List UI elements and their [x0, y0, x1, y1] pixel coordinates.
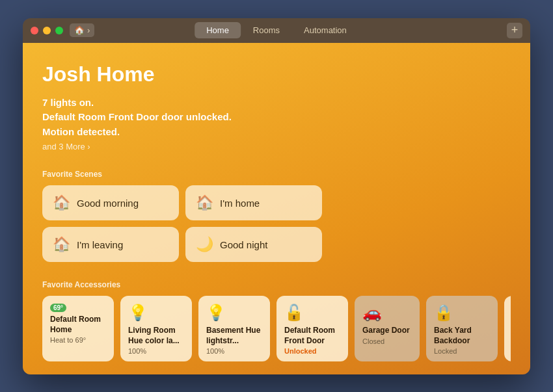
acc-icon-basement-hue: 💡	[206, 304, 262, 322]
scene-im-home[interactable]: 🏠 I'm home	[185, 185, 322, 220]
acc-status-backdoor: Locked	[434, 347, 490, 355]
acc-office-back[interactable]: 📋 Office Back Open	[504, 296, 511, 361]
acc-name-default-room: Default Room Home	[50, 315, 106, 335]
acc-icon-front-door: 🔓	[284, 304, 340, 322]
scenes-grid: 🏠 Good morning 🏠 I'm home 🏠 I'm leaving …	[42, 185, 322, 262]
minimize-button[interactable]	[43, 27, 51, 34]
add-button[interactable]: +	[507, 23, 522, 38]
accessories-grid: 69° Default Room Home Heat to 69° 💡 Livi…	[42, 296, 511, 364]
accessories-section-label: Favorite Accessories	[42, 280, 511, 289]
tab-automation[interactable]: Automation	[292, 22, 358, 38]
status-summary: 7 lights on. Default Room Front Door doo…	[42, 96, 511, 140]
acc-badge-temp: 69°	[50, 304, 66, 312]
maximize-button[interactable]	[55, 27, 63, 34]
acc-backdoor[interactable]: 🔒 Back Yard Backdoor Locked	[426, 296, 498, 361]
acc-status-front-door: Unlocked	[284, 347, 340, 355]
acc-status-living-hue: 100%	[128, 347, 184, 355]
more-link[interactable]: and 3 More ›	[42, 142, 511, 151]
status-line-1: 7 lights on.	[42, 96, 511, 111]
acc-name-front-door: Default Room Front Door	[284, 326, 340, 346]
main-content: Josh Home 7 lights on. Default Room Fron…	[23, 43, 530, 374]
acc-living-room-hue[interactable]: 💡 Living Room Hue color la... 100%	[120, 296, 192, 361]
scene-good-night-label: Good night	[220, 239, 267, 250]
acc-status-basement-hue: 100%	[206, 347, 262, 355]
status-line-2: Default Room Front Door door unlocked.	[42, 110, 511, 125]
scene-im-home-icon: 🏠	[196, 194, 213, 211]
home-nav-button[interactable]: 🏠 ›	[70, 23, 94, 37]
acc-basement-hue[interactable]: 💡 Basement Hue lightstr... 100%	[198, 296, 270, 361]
acc-name-basement-hue: Basement Hue lightstr...	[206, 326, 262, 346]
scene-im-home-label: I'm home	[220, 198, 260, 209]
acc-icon-living-hue: 💡	[128, 304, 184, 322]
scene-im-leaving[interactable]: 🏠 I'm leaving	[42, 227, 179, 262]
scene-im-leaving-icon: 🏠	[53, 236, 70, 253]
titlebar: 🏠 › Home Rooms Automation +	[23, 18, 530, 43]
scene-good-morning-icon: 🏠	[53, 194, 70, 211]
app-window: 🏠 › Home Rooms Automation + Josh Home 7 …	[23, 18, 530, 374]
status-line-3: Motion detected.	[42, 125, 511, 140]
acc-front-door[interactable]: 🔓 Default Room Front Door Unlocked	[276, 296, 348, 361]
home-title: Josh Home	[42, 62, 511, 86]
acc-name-backdoor: Back Yard Backdoor	[434, 326, 490, 346]
acc-default-room-home[interactable]: 69° Default Room Home Heat to 69°	[42, 296, 114, 361]
scene-good-morning[interactable]: 🏠 Good morning	[42, 185, 179, 220]
tab-rooms[interactable]: Rooms	[241, 22, 291, 38]
scene-good-morning-label: Good morning	[77, 198, 139, 209]
acc-name-living-hue: Living Room Hue color la...	[128, 326, 184, 346]
scene-good-night[interactable]: 🌙 Good night	[185, 227, 322, 262]
acc-status-default-room: Heat to 69°	[50, 336, 106, 344]
close-button[interactable]	[31, 27, 38, 34]
tab-bar: Home Rooms Automation	[195, 22, 358, 38]
acc-garage-door[interactable]: 🚗 Garage Door Closed	[355, 296, 420, 361]
acc-name-garage: Garage Door	[362, 326, 412, 336]
home-icon: 🏠	[74, 25, 85, 35]
scenes-section-label: Favorite Scenes	[42, 170, 511, 179]
acc-icon-backdoor: 🔒	[434, 304, 490, 322]
acc-status-garage: Closed	[362, 337, 412, 345]
tab-home[interactable]: Home	[195, 22, 241, 38]
acc-icon-garage: 🚗	[362, 304, 412, 322]
scene-im-leaving-label: I'm leaving	[77, 239, 123, 250]
scene-good-night-icon: 🌙	[196, 236, 213, 253]
home-chevron: ›	[87, 25, 90, 35]
traffic-lights	[31, 27, 63, 34]
